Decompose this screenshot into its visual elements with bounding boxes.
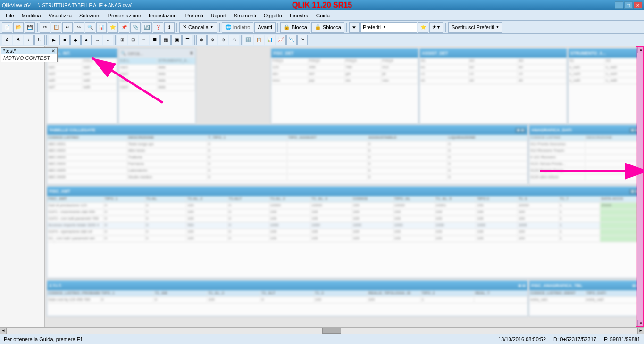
maximize-button[interactable]: □	[624, 1, 633, 9]
copy-button[interactable]: 📋	[51, 22, 61, 33]
tb2-extra2[interactable]: ⊗	[207, 35, 217, 45]
menu-finestra[interactable]: Finestra	[286, 12, 312, 19]
tb2-btn4[interactable]: ●	[81, 35, 92, 45]
selection-close[interactable]: ✕	[51, 49, 55, 54]
format-i[interactable]: I	[24, 35, 34, 45]
format-a[interactable]: A	[2, 35, 12, 45]
statusbar: Per ottenere la Guida, premere F1 13/10/…	[0, 334, 644, 344]
selection-box[interactable]: *test* ✕ MOTIVO CONTEST	[1, 47, 58, 62]
menu-visualizza[interactable]: Visualizza	[45, 12, 75, 19]
chart-button[interactable]: 📊	[96, 22, 107, 33]
cancella-label: Cancella	[188, 25, 209, 30]
tb2-obj6[interactable]: 🗂	[297, 35, 308, 45]
menu-selezioni[interactable]: Selezioni	[75, 12, 104, 19]
open-button[interactable]: 📂	[13, 22, 24, 33]
add-preferiti-button[interactable]: ⭐	[418, 22, 428, 33]
tb2-obj4[interactable]: 📈	[276, 35, 286, 45]
tb2-obj5[interactable]: 📉	[286, 35, 297, 45]
sblocca-button[interactable]: 🔓 Sblocca	[311, 22, 344, 33]
tb2-obj3[interactable]: 📊	[265, 35, 275, 45]
tb2-extra3[interactable]: ⊘	[218, 35, 228, 45]
tb2-obj1[interactable]: 🔡	[243, 35, 253, 45]
toolbar1: 📄 📂 💾 ✂ 📋 ↩ ↪ 🔍 📊 ⭐ 📌 📎 🔄 ❓ ℹ ✕ Cancella…	[0, 21, 644, 34]
menu-strumenti[interactable]: Strumenti	[230, 12, 260, 19]
star-button[interactable]: ⭐	[108, 22, 118, 33]
format-u[interactable]: U	[34, 35, 45, 45]
tb2-table2[interactable]: ▣	[171, 35, 182, 45]
minimize-button[interactable]: —	[615, 1, 623, 9]
mid-table-left-header: TABELLE COLLEGATE ⊞ ⊟	[47, 125, 527, 135]
selection-title: *test*	[3, 48, 16, 54]
menu-modifica[interactable]: Modifica	[18, 12, 45, 19]
scroll-up-button[interactable]: ▲	[637, 46, 644, 53]
content-area: COLL. INT. COL1COL2 val1val2 val3val4 va…	[45, 46, 644, 327]
tb2-obj2[interactable]: 📋	[254, 35, 264, 45]
preferiti-options-button[interactable]: ★▼	[429, 22, 443, 33]
menu-file[interactable]: File	[2, 12, 18, 19]
scroll-track[interactable]	[637, 53, 644, 320]
title-left: QlikView x64 - \_STRUTTURA TABELLE AHE +…	[2, 2, 292, 8]
hscroll-track[interactable]	[7, 328, 637, 334]
top-table-4: ASSIST_DET A1A2A3 b1b2b3 c1c2c3 d1d2d3	[419, 48, 567, 124]
top-table-5-header: STRUMENTO_A...	[569, 49, 642, 58]
sep1	[37, 23, 38, 32]
menu-report[interactable]: Report	[207, 12, 230, 19]
undo-button[interactable]: ↩	[62, 22, 73, 33]
tb2-table1[interactable]: ▦	[160, 35, 171, 45]
globe-icon: 🌐	[225, 24, 232, 30]
cancella-button[interactable]: ✕ Cancella ▼	[179, 22, 217, 33]
vertical-scrollbar[interactable]: ▲ ▼	[637, 46, 644, 327]
help-tb-button[interactable]: ❓	[153, 22, 163, 33]
search-input[interactable]	[128, 51, 188, 56]
sostituisci-button[interactable]: Sostituisci Preferiti ▼	[448, 22, 502, 33]
cancella-arrow: ▼	[210, 25, 214, 29]
menu-preferiti[interactable]: Preferiti	[182, 12, 207, 19]
tb2-grid2[interactable]: ⊟	[128, 35, 138, 45]
tb2-btn2[interactable]: ■	[59, 35, 70, 45]
close-button[interactable]: ✕	[634, 1, 642, 9]
tb2-lines[interactable]: ☰	[182, 35, 192, 45]
main-area: *test* ✕ MOTIVO CONTEST COLL. INT. COL1C…	[0, 46, 644, 327]
tb2-grid1[interactable]: ⊞	[117, 35, 127, 45]
new-button[interactable]: 📄	[2, 22, 12, 33]
tb2-list2[interactable]: ≣	[150, 35, 160, 45]
clear-search-icon[interactable]: ✕	[190, 51, 193, 56]
hscroll-thumb[interactable]	[322, 328, 341, 334]
redo-button[interactable]: ↪	[74, 22, 84, 33]
info-button[interactable]: ℹ	[164, 22, 175, 33]
save-button[interactable]: 💾	[25, 22, 35, 33]
selection-header: *test* ✕	[1, 48, 57, 54]
tb2-list1[interactable]: ≡	[139, 35, 149, 45]
top-table-4-header: ASSIST_DET	[420, 49, 567, 58]
format-b[interactable]: B	[13, 35, 23, 45]
preferiti-dropdown[interactable]: Preferiti ▼	[360, 22, 417, 33]
scroll-down-button[interactable]: ▼	[637, 320, 644, 327]
menu-impostazioni[interactable]: Impostazioni	[145, 12, 182, 19]
tb2-btn6[interactable]: ←	[103, 35, 113, 45]
menu-oggetto[interactable]: Oggetto	[260, 12, 286, 19]
avanti-button[interactable]: Avanti	[254, 22, 275, 33]
cut-button[interactable]: ✂	[40, 22, 50, 33]
refresh-button[interactable]: 🔄	[142, 22, 152, 33]
sep10	[241, 35, 242, 45]
search-button[interactable]: 🔍	[85, 22, 95, 33]
tb2-extra1[interactable]: ⊕	[196, 35, 207, 45]
bookmark-button[interactable]: 📌	[119, 22, 129, 33]
tb2-btn5[interactable]: →	[92, 35, 102, 45]
tb2-btn3[interactable]: ◆	[70, 35, 81, 45]
scroll-left-button[interactable]: ◄	[0, 328, 7, 334]
scroll-right-button[interactable]: ►	[637, 328, 644, 334]
tb-star-icon[interactable]: ★	[349, 22, 360, 33]
tb2-btn1[interactable]: ▶	[49, 35, 59, 45]
attach-button[interactable]: 📎	[130, 22, 141, 33]
menu-presentazione[interactable]: Presentazione	[104, 12, 145, 19]
cancella-icon: ✕	[183, 24, 187, 30]
tb2-extra4[interactable]: ⊙	[229, 35, 239, 45]
indietro-button[interactable]: 🌐 Indietro	[222, 22, 254, 33]
menu-guida[interactable]: Guida	[312, 12, 334, 19]
indietro-label: Indietro	[233, 25, 251, 30]
main-data-table-header: FISC_AMT ⊞ ⊟	[47, 187, 642, 196]
main-data-table: FISC_AMT ⊞ ⊟ FISC_AMT TIPO_1 T1-AL T1-AL…	[47, 186, 642, 278]
horizontal-scrollbar[interactable]: ◄ ►	[0, 327, 644, 334]
blocca-button[interactable]: 🔒 Blocca	[280, 22, 310, 33]
